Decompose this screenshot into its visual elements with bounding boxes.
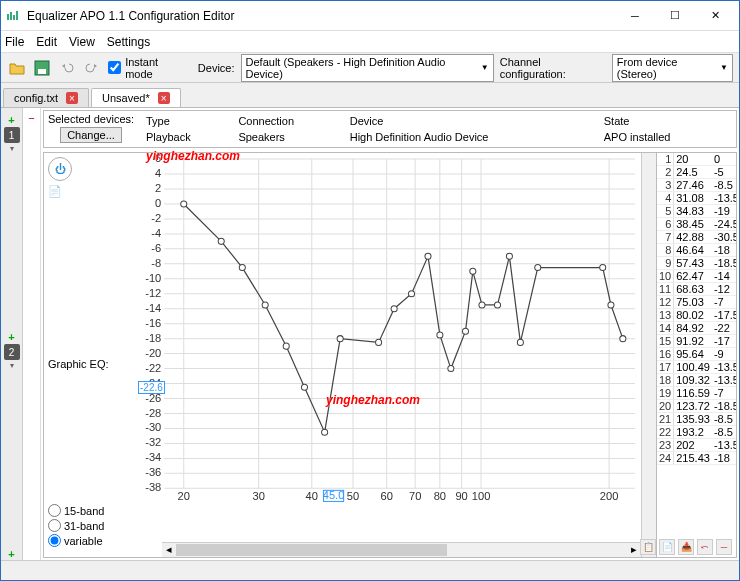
menu-edit[interactable]: Edit xyxy=(36,35,57,49)
svg-text:-16: -16 xyxy=(145,317,161,329)
table-row[interactable]: 17100.49-13.5 xyxy=(657,361,736,374)
table-row[interactable]: 1275.03-7 xyxy=(657,296,736,309)
y-value-input[interactable]: -22.6 xyxy=(138,381,165,394)
table-row[interactable]: 24215.43-18 xyxy=(657,452,736,465)
svg-text:-34: -34 xyxy=(145,451,161,463)
svg-text:-32: -32 xyxy=(145,436,161,448)
table-row[interactable]: 1380.02-17.5 xyxy=(657,309,736,322)
svg-text:100: 100 xyxy=(472,490,491,502)
svg-point-91 xyxy=(494,302,500,308)
instant-mode-checkbox[interactable] xyxy=(108,61,121,74)
svg-point-74 xyxy=(181,201,187,207)
eq-data-table[interactable]: 1200224.5-5327.46-8.5431.08-13.5534.83-1… xyxy=(657,153,736,465)
table-row[interactable]: 19116.59-7 xyxy=(657,387,736,400)
svg-text:60: 60 xyxy=(381,490,393,502)
svg-point-76 xyxy=(239,265,245,271)
paste-icon[interactable]: 📄 xyxy=(659,539,675,555)
eq-chart[interactable]: 6420-2-4-6-8-10-12-14-16-18-20-22-24-26-… xyxy=(136,153,641,557)
close-icon[interactable]: × xyxy=(66,92,78,104)
open-icon[interactable] xyxy=(7,58,26,78)
status-bar xyxy=(1,560,739,580)
row-handle-2[interactable]: 2 xyxy=(4,344,20,360)
undo-icon[interactable] xyxy=(58,58,77,78)
table-row[interactable]: 1168.63-12 xyxy=(657,283,736,296)
window-title: Equalizer APO 1.1 Configuration Editor xyxy=(27,9,615,23)
svg-rect-2 xyxy=(13,15,15,20)
svg-text:-20: -20 xyxy=(145,347,161,359)
table-row[interactable]: 18109.32-13.5 xyxy=(657,374,736,387)
settings-icon[interactable]: 📄 xyxy=(48,185,62,198)
svg-text:40: 40 xyxy=(306,490,318,502)
svg-text:-6: -6 xyxy=(151,242,161,254)
band-15-radio[interactable]: 15-band xyxy=(48,504,104,517)
chevron-down-icon[interactable]: ▾ xyxy=(10,144,14,153)
svg-rect-1 xyxy=(10,12,12,20)
reset-icon[interactable]: ⤺ xyxy=(697,539,713,555)
svg-text:-8: -8 xyxy=(151,257,161,269)
device-combo[interactable]: Default (Speakers - High Definition Audi… xyxy=(241,54,494,82)
menu-file[interactable]: File xyxy=(5,35,24,49)
tab-config[interactable]: config.txt× xyxy=(3,88,89,107)
device-label: Device: xyxy=(198,62,235,74)
svg-text:-18: -18 xyxy=(145,332,161,344)
change-button[interactable]: Change... xyxy=(60,127,122,143)
table-row[interactable]: 1484.92-22 xyxy=(657,322,736,335)
svg-point-83 xyxy=(391,306,397,312)
band-31-radio[interactable]: 31-band xyxy=(48,519,104,532)
svg-point-90 xyxy=(479,302,485,308)
power-button[interactable]: ⏻ xyxy=(48,157,72,181)
table-row[interactable]: 534.83-19 xyxy=(657,205,736,218)
svg-point-79 xyxy=(301,384,307,390)
svg-point-75 xyxy=(218,238,224,244)
add-filter-icon[interactable]: + xyxy=(8,548,14,560)
menu-settings[interactable]: Settings xyxy=(107,35,150,49)
chevron-down-icon[interactable]: ▾ xyxy=(10,361,14,370)
svg-point-85 xyxy=(425,253,431,259)
table-row[interactable]: 1591.92-17 xyxy=(657,335,736,348)
table-row[interactable]: 21135.93-8.5 xyxy=(657,413,736,426)
maximize-button[interactable]: ☐ xyxy=(655,2,695,30)
svg-point-97 xyxy=(620,336,626,342)
add-filter-icon[interactable]: + xyxy=(8,331,14,343)
svg-text:-2: -2 xyxy=(151,212,161,224)
svg-point-88 xyxy=(462,328,468,334)
graphic-eq-label: Graphic EQ: xyxy=(48,358,109,370)
table-row[interactable]: 1062.47-14 xyxy=(657,270,736,283)
table-row[interactable]: 1695.64-9 xyxy=(657,348,736,361)
tab-unsaved[interactable]: Unsaved*× xyxy=(91,88,181,107)
redo-icon[interactable] xyxy=(83,58,102,78)
svg-text:-38: -38 xyxy=(145,481,161,493)
add-filter-icon[interactable]: + xyxy=(8,114,14,126)
band-variable-radio[interactable]: variable xyxy=(48,534,104,547)
import-icon[interactable]: 📥 xyxy=(678,539,694,555)
close-button[interactable]: ✕ xyxy=(695,2,735,30)
table-row[interactable]: 23202-13.5 xyxy=(657,439,736,452)
h-scrollbar[interactable] xyxy=(176,544,447,556)
menu-view[interactable]: View xyxy=(69,35,95,49)
delete-icon[interactable]: − xyxy=(28,112,34,124)
table-row[interactable]: 742.88-30.5 xyxy=(657,231,736,244)
table-row[interactable]: 224.5-5 xyxy=(657,166,736,179)
table-row[interactable]: 957.43-18.5 xyxy=(657,257,736,270)
copy-icon[interactable]: 📋 xyxy=(640,539,656,555)
minimize-button[interactable]: ─ xyxy=(615,2,655,30)
channel-combo[interactable]: From device (Stereo)▼ xyxy=(612,54,733,82)
v-scrollbar[interactable] xyxy=(641,153,656,557)
svg-text:-22: -22 xyxy=(145,362,161,374)
close-icon[interactable]: × xyxy=(158,92,170,104)
table-row[interactable]: 20123.72-18.5 xyxy=(657,400,736,413)
flatten-icon[interactable]: ─ xyxy=(716,539,732,555)
row-handle-1[interactable]: 1 xyxy=(4,127,20,143)
selected-devices-label: Selected devices: xyxy=(48,113,134,125)
table-row[interactable]: 1200 xyxy=(657,153,736,166)
table-row[interactable]: 638.45-24.5 xyxy=(657,218,736,231)
svg-text:2: 2 xyxy=(155,182,161,194)
table-row[interactable]: 431.08-13.5 xyxy=(657,192,736,205)
svg-text:-4: -4 xyxy=(151,227,161,239)
svg-rect-3 xyxy=(16,11,18,20)
table-row[interactable]: 846.64-18 xyxy=(657,244,736,257)
table-row[interactable]: 327.46-8.5 xyxy=(657,179,736,192)
table-row[interactable]: 22193.2-8.5 xyxy=(657,426,736,439)
save-icon[interactable] xyxy=(32,58,51,78)
svg-text:20: 20 xyxy=(178,490,190,502)
